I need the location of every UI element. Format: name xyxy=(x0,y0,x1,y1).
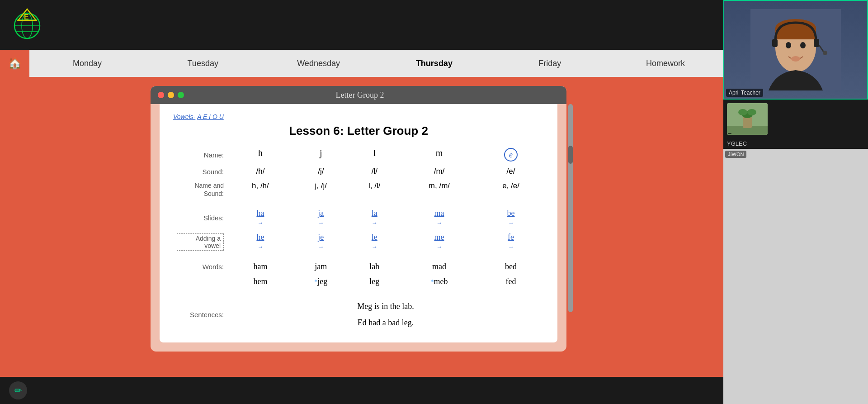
slide-la: la → xyxy=(349,206,401,230)
sentences-row: Sentences: Meg is in the lab. Ed had a b… xyxy=(173,295,544,333)
close-dot[interactable] xyxy=(158,92,164,98)
name-l: l xyxy=(349,145,401,164)
sound-j: /j/ xyxy=(293,164,349,179)
slides-row2: Adding a vowel he → je → le → xyxy=(173,230,544,254)
namesound-m: m, /m/ xyxy=(401,179,478,200)
window-dots xyxy=(158,92,184,98)
svg-rect-14 xyxy=(772,39,778,47)
thumbnail-label-1 xyxy=(728,133,731,134)
words-row2: hem *jeg leg *meb fed xyxy=(173,274,544,289)
svg-point-13 xyxy=(791,56,800,62)
namesound-j: j, /j/ xyxy=(293,179,349,200)
slide-me: me → xyxy=(401,230,478,254)
window-chrome: Letter Group 2 xyxy=(151,86,566,104)
bottom-bar: ✏ xyxy=(0,377,723,404)
slides-row1: Slides: ha → ja → la → xyxy=(173,206,544,230)
teacher-avatar xyxy=(750,9,841,90)
namesound-l: l, /l/ xyxy=(349,179,401,200)
nav-bar: 🏠 Monday Tuesday Wednesday Thursday Frid… xyxy=(0,50,723,77)
nav-homework[interactable]: Homework xyxy=(608,50,723,77)
svg-rect-10 xyxy=(775,28,816,39)
sound-e: /e/ xyxy=(478,164,544,179)
slide-fe: fe → xyxy=(478,230,544,254)
slide-window: Letter Group 2 Vowels- A E I O U Lesson … xyxy=(151,86,566,352)
right-sidebar: April Teacher YGLEC JIWON Seohee Kwak xyxy=(723,0,868,404)
adding-vowel-box: Adding a vowel xyxy=(177,233,224,251)
vowels-text: A E I O U xyxy=(197,113,224,120)
thumbnail-1 xyxy=(727,103,768,135)
word-mad: mad xyxy=(401,259,478,274)
nav-thursday[interactable]: Thursday xyxy=(376,50,492,77)
circled-e: e xyxy=(504,148,518,162)
svg-rect-20 xyxy=(743,117,752,128)
sound-label: Sound: xyxy=(173,164,227,179)
maximize-dot[interactable] xyxy=(178,92,184,98)
adding-vowel-cell: Adding a vowel xyxy=(173,230,227,254)
sound-m: /m/ xyxy=(401,164,478,179)
word-meb: *meb xyxy=(401,274,478,289)
name-h: h xyxy=(227,145,293,164)
jiwon-label: JIWON xyxy=(725,151,746,158)
main-area: E 🏠 Monday Tuesday Wednesday Thursday Fr… xyxy=(0,0,723,404)
teacher-video: April Teacher xyxy=(723,0,868,100)
slide-be: be → xyxy=(478,206,544,230)
svg-text:E: E xyxy=(24,13,29,21)
sentence1: Meg is in the lab. xyxy=(357,302,414,311)
name-sound-label: Name andSound: xyxy=(173,179,227,200)
word-hem: hem xyxy=(227,274,293,289)
word-ham: ham xyxy=(227,259,293,274)
sound-l: /l/ xyxy=(349,164,401,179)
name-label: Name: xyxy=(173,145,227,164)
nav-tuesday[interactable]: Tuesday xyxy=(145,50,261,77)
word-jam: jam xyxy=(293,259,349,274)
word-fed: fed xyxy=(478,274,544,289)
nav-home-button[interactable]: 🏠 xyxy=(0,50,29,77)
sound-row: Sound: /h/ /j/ /l/ /m/ /e/ xyxy=(173,164,544,179)
top-bar: E xyxy=(0,0,723,50)
teacher-face-area xyxy=(724,1,867,99)
svg-point-11 xyxy=(786,42,791,48)
nav-monday[interactable]: Monday xyxy=(29,50,145,77)
slides-label: Slides: xyxy=(173,206,227,230)
home-icon: 🏠 xyxy=(8,57,22,70)
word-jeg: *jeg xyxy=(293,274,349,289)
name-e: e xyxy=(478,145,544,164)
svg-point-12 xyxy=(800,42,806,48)
word-leg: leg xyxy=(349,274,401,289)
participant-label-yglec: YGLEC xyxy=(723,138,868,149)
lesson-table: Name: h j l m e Sound: /h/ /j/ xyxy=(173,145,544,333)
slide-ma: ma → xyxy=(401,206,478,230)
name-j: j xyxy=(293,145,349,164)
sentences-content: Meg is in the lab. Ed had a bad leg. xyxy=(227,295,544,333)
scrollbar[interactable] xyxy=(568,104,573,312)
content-area: Letter Group 2 Vowels- A E I O U Lesson … xyxy=(0,77,723,377)
words-label2 xyxy=(173,274,227,289)
slide-he: he → xyxy=(227,230,293,254)
nav-wednesday[interactable]: Wednesday xyxy=(261,50,377,77)
minimize-dot[interactable] xyxy=(168,92,174,98)
namesound-e: e, /e/ xyxy=(478,179,544,200)
slide-content: Vowels- A E I O U Lesson 6: Letter Group… xyxy=(160,104,557,342)
name-sound-row: Name andSound: h, /h/ j, /j/ l, /l/ m, /… xyxy=(173,179,544,200)
thumbnail-image xyxy=(727,103,768,135)
grey-panel-jiwon: JIWON xyxy=(723,149,868,404)
sound-h: /h/ xyxy=(227,164,293,179)
slide-je: je → xyxy=(293,230,349,254)
svg-point-23 xyxy=(747,109,756,115)
slide-ja: ja → xyxy=(293,206,349,230)
word-bed: bed xyxy=(478,259,544,274)
vowels-line: Vowels- A E I O U xyxy=(173,113,544,120)
words-row1: Words: ham jam lab mad bed xyxy=(173,259,544,274)
namesound-h: h, /h/ xyxy=(227,179,293,200)
slide-ha: ha → xyxy=(227,206,293,230)
svg-point-17 xyxy=(823,51,827,55)
slide-le: le → xyxy=(349,230,401,254)
word-lab: lab xyxy=(349,259,401,274)
edit-button[interactable]: ✏ xyxy=(9,381,27,399)
lesson-title: Lesson 6: Letter Group 2 xyxy=(173,124,544,138)
nav-friday[interactable]: Friday xyxy=(492,50,608,77)
thumbnail-row xyxy=(723,100,868,138)
sentence2: Ed had a bad leg. xyxy=(358,318,414,327)
name-row: Name: h j l m e xyxy=(173,145,544,164)
words-label: Words: xyxy=(173,259,227,274)
